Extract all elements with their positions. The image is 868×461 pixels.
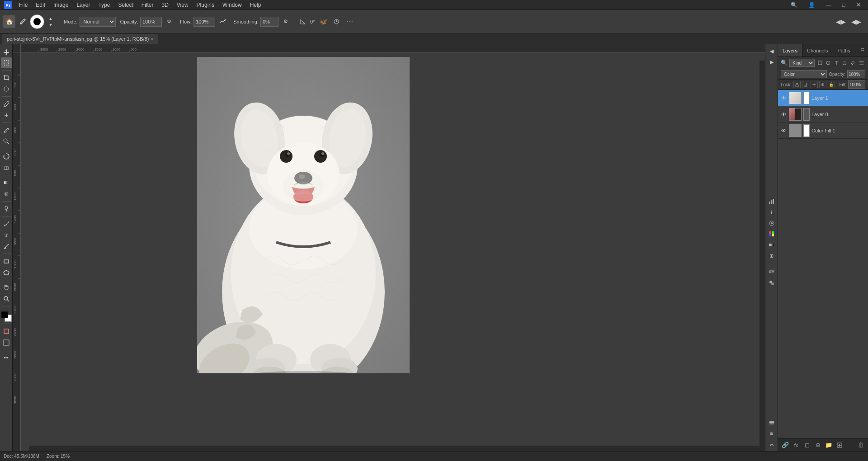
hand-tool[interactable] xyxy=(1,282,12,293)
smoothing-settings-btn[interactable]: ⚙ xyxy=(279,15,292,28)
add-fx-btn[interactable]: fx xyxy=(792,441,801,450)
mode-select[interactable]: Normal xyxy=(80,17,116,27)
layer-item-1[interactable]: 👁 Layer 1 xyxy=(778,90,868,106)
lock-transparency-btn[interactable] xyxy=(793,81,801,88)
tab-paths[interactable]: Paths xyxy=(833,44,855,56)
filter-toggle-btn[interactable]: ☰ xyxy=(858,59,865,66)
clone-stamp-tool[interactable] xyxy=(1,136,12,147)
swatches-btn[interactable] xyxy=(767,229,777,239)
eyedropper-tool[interactable] xyxy=(1,99,12,109)
slice-tool[interactable] xyxy=(1,84,12,94)
move-tool[interactable] xyxy=(1,46,12,57)
layers-kind-select[interactable]: Kind xyxy=(789,59,815,67)
dodge-tool[interactable] xyxy=(1,203,12,214)
pressure-btn[interactable] xyxy=(330,15,343,28)
add-layer-btn[interactable] xyxy=(835,441,844,450)
lock-all-btn[interactable]: 🔒 xyxy=(828,81,835,88)
layer-colorfill-item[interactable]: 👁 Color Fill 1 xyxy=(778,122,868,139)
account-btn[interactable]: 👤 xyxy=(805,1,819,9)
minimize-btn[interactable]: — xyxy=(822,1,835,9)
foreground-color[interactable] xyxy=(1,311,8,318)
document-tab[interactable]: peri-stojnic-5Vr_RVPfbMI-unsplash.jpg @ … xyxy=(2,34,158,44)
opacity-toggle-btn[interactable]: ⚙ xyxy=(163,15,175,28)
close-btn[interactable]: ✕ xyxy=(853,1,864,9)
filter-adjustment-btn[interactable] xyxy=(825,59,832,66)
text-tool[interactable]: T xyxy=(1,230,12,240)
history-brush-tool[interactable] xyxy=(1,151,12,162)
brush-settings-btn2[interactable]: ▼ xyxy=(46,22,55,28)
more-tools-btn[interactable]: ••• xyxy=(1,352,12,363)
crop-tool[interactable] xyxy=(1,72,12,83)
fill-input[interactable] xyxy=(848,80,865,89)
angle-btn[interactable] xyxy=(297,15,309,28)
maximize-btn[interactable]: □ xyxy=(839,1,849,9)
layer-0-visibility[interactable]: 👁 xyxy=(780,111,787,118)
path-select-tool[interactable] xyxy=(1,241,12,252)
gradients-btn[interactable] xyxy=(767,240,777,250)
flow-input[interactable] xyxy=(193,17,215,27)
smoothing-input[interactable] xyxy=(260,17,278,27)
menu-3d[interactable]: 3D xyxy=(158,1,172,9)
menu-filter[interactable]: Filter xyxy=(138,1,157,9)
pen-tool[interactable] xyxy=(1,218,12,229)
filter-type-btn[interactable]: T xyxy=(833,59,840,66)
blur-tool[interactable] xyxy=(1,188,12,199)
menu-image[interactable]: Image xyxy=(50,1,72,9)
layers-btn-mini[interactable] xyxy=(767,418,777,428)
menu-window[interactable]: Window xyxy=(219,1,245,9)
delete-layer-btn[interactable]: 🗑 xyxy=(856,441,865,450)
menu-file[interactable]: File xyxy=(15,1,31,9)
gradient-tool[interactable] xyxy=(1,177,12,188)
screen-mode-btn[interactable] xyxy=(1,337,12,348)
search-photoshop-btn[interactable]: 🔍 xyxy=(787,1,801,9)
layer-1-visibility[interactable]: 👁 xyxy=(780,94,787,102)
tab-layers[interactable]: Layers xyxy=(778,44,802,56)
menu-help[interactable]: Help xyxy=(246,1,265,9)
layer-item-0[interactable]: 👁 Layer 0 xyxy=(778,106,868,122)
lasso-tool[interactable] xyxy=(1,57,12,68)
brush-size-preview[interactable] xyxy=(30,14,44,29)
add-group-btn[interactable]: 📁 xyxy=(824,441,833,450)
airbrush-btn[interactable] xyxy=(216,15,229,28)
info-panel-btn[interactable]: ℹ xyxy=(767,207,777,217)
add-mask-btn[interactable]: ◻ xyxy=(802,441,811,450)
panel-toggle-right[interactable]: ◀▶ xyxy=(850,15,863,28)
menu-select[interactable]: Select xyxy=(114,1,137,9)
canvas-viewport[interactable] xyxy=(21,52,765,451)
menu-layer[interactable]: Layer xyxy=(73,1,94,9)
tab-channels[interactable]: Channels xyxy=(802,44,833,56)
channels-btn[interactable]: ≡ xyxy=(767,428,777,438)
symmetry-btn[interactable]: 🦋 xyxy=(316,15,329,28)
panel-collapse-btn[interactable]: ◀ xyxy=(767,46,777,56)
styles-btn[interactable] xyxy=(767,278,777,288)
lock-artboard-btn[interactable]: ⊕ xyxy=(819,81,826,88)
panel-expand-btn[interactable]: ▶ xyxy=(767,57,777,67)
layers-opacity-input[interactable] xyxy=(847,70,865,78)
menu-type[interactable]: Type xyxy=(94,1,113,9)
menu-plugins[interactable]: Plugins xyxy=(193,1,218,9)
add-adjustment-btn[interactable]: ⊕ xyxy=(813,441,822,450)
patterns-btn[interactable]: ⊞ xyxy=(767,251,777,261)
vertical-scrollbar[interactable] xyxy=(760,61,765,446)
menu-edit[interactable]: Edit xyxy=(32,1,49,9)
edit-in-quick-mask[interactable] xyxy=(1,326,12,337)
color-swatch[interactable] xyxy=(1,311,12,322)
horizontal-scrollbar[interactable] xyxy=(29,446,765,451)
brush-settings-btn[interactable]: ▲ xyxy=(46,15,55,22)
custom-shape-tool[interactable] xyxy=(1,267,12,278)
filter-pixel-btn[interactable] xyxy=(816,59,824,66)
brush-tool-button[interactable] xyxy=(16,15,29,28)
brush-tool[interactable] xyxy=(1,125,12,136)
panel-toggle-left[interactable]: ◀▶ xyxy=(835,15,847,28)
rectangle-tool[interactable] xyxy=(1,256,12,267)
histogram-btn[interactable] xyxy=(767,197,777,207)
blend-mode-select[interactable]: Color xyxy=(781,70,827,78)
lock-image-btn[interactable] xyxy=(802,81,809,88)
filter-shape-btn[interactable] xyxy=(841,59,848,66)
filter-smartobject-btn[interactable] xyxy=(849,59,856,66)
adjustments-btn[interactable] xyxy=(767,267,777,277)
tab-close-btn[interactable]: × xyxy=(151,37,153,42)
eraser-tool[interactable] xyxy=(1,162,12,173)
menu-view[interactable]: View xyxy=(173,1,192,9)
add-link-btn[interactable]: 🔗 xyxy=(781,441,790,450)
